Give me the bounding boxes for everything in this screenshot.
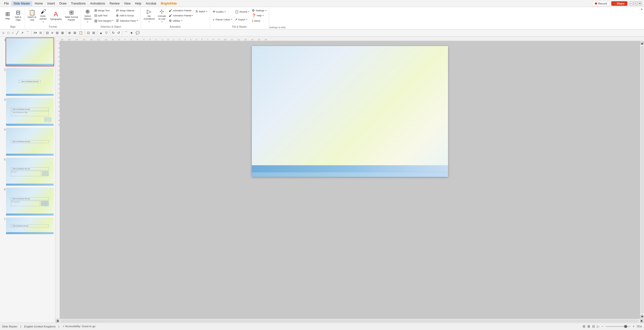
t2-connector[interactable]: ⌒ xyxy=(25,30,30,36)
multi-painter-button[interactable]: 🖌 Multi-painter ▾ xyxy=(38,8,48,24)
horizontal-scroll-thumb[interactable] xyxy=(60,319,639,322)
t2-ungroup[interactable]: ⊞ xyxy=(91,30,96,35)
animate-to-last-button[interactable]: ⊹ Animateto Last ▾ xyxy=(156,8,167,24)
theme-colors-button[interactable]: ● Theme Colors ▾ xyxy=(212,17,233,22)
menu-home[interactable]: Home xyxy=(33,1,45,6)
maximize-button[interactable]: □ xyxy=(633,2,637,6)
vertical-scrollbar[interactable]: ▲ ▼ xyxy=(640,41,644,319)
menu-animations[interactable]: Animations xyxy=(88,1,107,6)
t2-align-right[interactable]: ⊞ xyxy=(55,30,60,35)
animation-painter-button[interactable]: 🖌 Animation Painter xyxy=(168,8,194,13)
zoom-thumb[interactable] xyxy=(624,325,627,328)
split-text-button[interactable]: ⊟ Split Text xyxy=(93,13,115,18)
t2-align-left[interactable]: ⊟ xyxy=(45,30,50,35)
t2-callout[interactable]: 💬 xyxy=(135,30,141,35)
scroll-thumb[interactable] xyxy=(641,46,644,314)
t2-connector2[interactable]: ⌒ xyxy=(123,30,129,36)
guides-button[interactable]: ✛ Guides ▾ xyxy=(212,9,233,14)
my-animations-button[interactable]: ▷ MyAnimations ▾ xyxy=(142,8,156,24)
slide-thumb-2[interactable]: Click to edit Master title style xyxy=(6,67,54,96)
add-group-icon: ⊕ xyxy=(116,14,119,17)
zoom-level[interactable]: 75% xyxy=(636,325,642,328)
slide-thumb-4[interactable]: Click to edit Master title style xyxy=(6,127,54,156)
t2-copy[interactable]: ⊞ xyxy=(72,30,77,35)
menu-help[interactable]: Help xyxy=(133,1,143,6)
horizontal-scrollbar[interactable]: ◄ ► xyxy=(55,319,644,323)
menu-view[interactable]: View xyxy=(122,1,133,6)
scroll-up-button[interactable]: ▲ xyxy=(640,42,644,45)
scroll-left-button[interactable]: ◄ xyxy=(56,319,59,323)
selection-pane-button[interactable]: ☰ Selection Pane ▾ xyxy=(115,18,139,23)
t2-shape-rect[interactable]: □ xyxy=(6,30,10,35)
ribbon-collapse-button[interactable]: ▲ xyxy=(640,8,643,10)
review-button[interactable]: 📋 Review ▾ xyxy=(234,9,250,14)
match-to-last-button[interactable]: 📋 Match toLast xyxy=(26,8,38,23)
match-icon: 📋 xyxy=(29,10,35,15)
menu-draw[interactable]: Draw xyxy=(57,1,68,6)
record-button[interactable]: Record xyxy=(592,1,610,6)
menu-brightslide[interactable]: BrightSlide xyxy=(159,1,179,6)
ribbon-content: ⊞ Align ⊟ Split &Align Align 📋 Match toL… xyxy=(0,7,644,29)
t2-send-back[interactable]: ▽ xyxy=(104,30,109,35)
merge-text-button[interactable]: ⊞ Merge Text xyxy=(93,8,115,13)
slide-thumb-wrapper-3: 3 Click to edit Master title style Click… xyxy=(1,97,54,126)
animation-painter-plus-button[interactable]: 🖌 Animation Painter+ xyxy=(168,13,194,18)
t2-star[interactable]: ★ xyxy=(129,30,134,35)
zoom-slider[interactable] xyxy=(605,326,630,327)
swap-objects-button[interactable]: ⇄ Swap Objects xyxy=(115,8,139,13)
view-reading-btn[interactable]: ⊟ xyxy=(592,324,595,328)
utilities-button[interactable]: ⚙ Utilities ▾ xyxy=(168,18,194,23)
export-button[interactable]: ↗ Export ▾ xyxy=(234,17,250,22)
menu-acrobat[interactable]: Acrobat xyxy=(144,1,158,6)
typography-button[interactable]: A Typography xyxy=(49,8,63,23)
slide-num-4: 4 xyxy=(1,127,6,131)
t2-sep2 xyxy=(44,31,44,35)
minimize-button[interactable]: ─ xyxy=(629,2,633,6)
about-button[interactable]: ℹ About xyxy=(251,18,267,23)
zoom-out-btn[interactable]: − xyxy=(601,324,603,328)
menu-file[interactable]: File xyxy=(2,1,11,6)
t2-bring-front[interactable]: ▲ xyxy=(98,30,104,35)
help-button[interactable]: ❓ Help ▾ xyxy=(251,13,267,18)
close-button[interactable]: ✕ xyxy=(638,2,642,6)
align-button[interactable]: ⊞ Align xyxy=(3,8,13,23)
t2-duplicate[interactable]: ⊕ xyxy=(67,30,72,35)
view-grid-btn[interactable]: ⊠ xyxy=(587,324,590,328)
slide-thumb-6[interactable]: Click to edit Master title style Click t… xyxy=(6,187,54,216)
t2-rotate-ccw[interactable]: ↺ xyxy=(116,30,121,35)
t2-arrow[interactable]: ↗ xyxy=(20,30,25,35)
t2-align-center[interactable]: ≡ xyxy=(50,30,54,35)
menu-transitions[interactable]: Transitions xyxy=(69,1,88,6)
menu-insert[interactable]: Insert xyxy=(45,1,57,6)
t2-group[interactable]: ⊡ xyxy=(86,30,91,35)
slide-background xyxy=(252,46,448,177)
t2-line[interactable]: ╱ xyxy=(15,30,19,35)
view-normal-btn[interactable]: ⊞ xyxy=(583,324,585,328)
slide-thumb-7[interactable]: Click to edit Master title style xyxy=(6,217,54,235)
t2-paste[interactable]: 📋 xyxy=(78,30,84,35)
scroll-down-button[interactable]: ▼ xyxy=(640,315,644,318)
slide-thumb-3[interactable]: Click to edit Master title style Click t… xyxy=(6,97,54,126)
slide-thumb-1[interactable] xyxy=(6,37,54,66)
zoom-in-btn[interactable]: + xyxy=(632,324,634,328)
t2-distribute[interactable]: ⊠ xyxy=(60,30,65,35)
split-align-button[interactable]: ⊟ Split &Align xyxy=(13,8,23,23)
t2-select-btn[interactable]: ⊹ xyxy=(1,30,6,35)
batch-button[interactable]: ↻ Batch ▾ xyxy=(194,9,208,14)
view-slideshow-btn[interactable]: ▷ xyxy=(597,324,599,328)
table-format-painter-button[interactable]: ⊞ Table FormatPainter xyxy=(64,8,79,23)
slide-thumb-5[interactable]: Click to edit Master title style Click t… xyxy=(6,157,54,186)
settings-button[interactable]: ⚙ Settings ▾ xyxy=(251,8,267,13)
menu-slide-master[interactable]: Slide Master xyxy=(11,1,32,6)
share-button[interactable]: ↑ Share xyxy=(611,1,627,6)
add-to-group-button[interactable]: ⊕ Add to Group xyxy=(115,13,139,18)
slide-viewport[interactable] xyxy=(60,41,640,319)
select-objects-button[interactable]: ⊕ SelectObjects ▾ xyxy=(83,8,93,24)
t2-shape-ellipse[interactable]: ○ xyxy=(11,30,15,35)
t2-fill-color[interactable]: A▾ xyxy=(33,31,38,35)
text-margins-button[interactable]: ▤ Text Margins ▾ xyxy=(93,18,115,23)
t2-rotate-cw[interactable]: ↻ xyxy=(111,30,116,35)
menu-review[interactable]: Review xyxy=(108,1,122,6)
t2-line-color[interactable]: ⊟ xyxy=(38,31,43,35)
scroll-right-button[interactable]: ► xyxy=(640,319,643,323)
